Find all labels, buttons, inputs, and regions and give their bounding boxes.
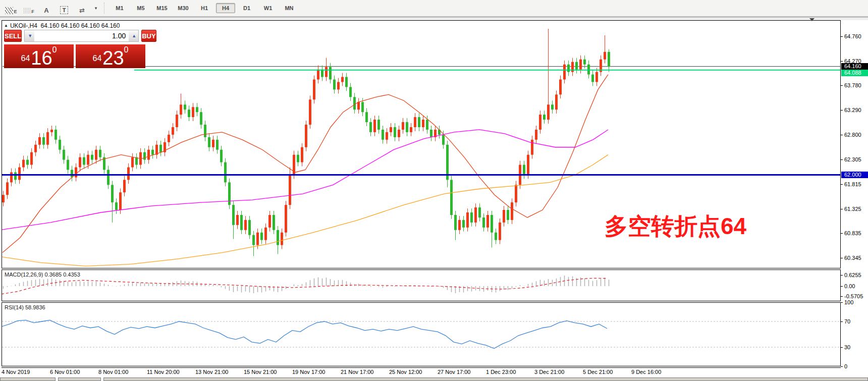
candle-body: [30, 152, 33, 165]
candle-body: [212, 140, 214, 147]
candle-body: [228, 182, 231, 205]
timeframe-button-m1[interactable]: M1: [110, 3, 129, 13]
candle-body: [196, 107, 198, 112]
ask-price-panel[interactable]: 64 23 0: [76, 44, 145, 68]
time-axis[interactable]: 4 Nov 20196 Nov 01:008 Nov 01:0011 Nov 2…: [2, 367, 841, 377]
bid-price-panel[interactable]: 64 16 0: [4, 44, 74, 68]
dropdown-caret-icon[interactable]: ▾: [93, 2, 98, 14]
macd-panel[interactable]: MACD(12,26,9) 0.3685 0.4353: [2, 269, 841, 301]
elliott-wave-icon[interactable]: E: [5, 2, 18, 14]
candle-body: [369, 122, 372, 132]
sell-button[interactable]: SELL: [4, 30, 22, 42]
candle-body: [208, 137, 210, 147]
candle-body: [14, 172, 17, 180]
volume-increase-button[interactable]: ▲: [129, 30, 138, 41]
window-tab[interactable]: [0, 377, 56, 381]
window-tab[interactable]: [58, 377, 101, 381]
candle-body: [470, 212, 473, 223]
rsi-panel[interactable]: RSI(14) 58.9836: [2, 302, 841, 366]
candle-body: [236, 215, 239, 225]
candle-body: [377, 120, 380, 130]
candle-body: [95, 150, 97, 160]
candle-body: [256, 233, 259, 245]
arrows-tool-icon[interactable]: ⇄: [75, 2, 88, 14]
chart-shift-marker-icon[interactable]: [809, 18, 815, 21]
candle-body: [281, 233, 283, 245]
time-label: 5 Dec 21:00: [583, 369, 613, 375]
timeframe-button-mn[interactable]: MN: [280, 3, 299, 13]
candle-body: [321, 70, 323, 77]
window-tab[interactable]: [103, 377, 868, 381]
candle-body: [264, 228, 267, 240]
candle-body: [365, 112, 368, 122]
candle-body: [361, 102, 364, 112]
candle-body: [450, 180, 453, 215]
candle-body: [454, 215, 457, 230]
candle-body: [2, 195, 5, 202]
candle-body: [55, 130, 57, 140]
candle-body: [50, 130, 53, 132]
timeframe-button-h4[interactable]: H4: [216, 3, 235, 13]
candle-body: [38, 137, 41, 145]
volume-input[interactable]: [34, 30, 129, 41]
candle-body: [79, 157, 81, 168]
candle-body: [127, 168, 130, 180]
candle-body: [563, 65, 566, 80]
time-label: 11 Nov 20:00: [147, 369, 180, 375]
time-label: 6 Nov 01:00: [50, 369, 80, 375]
timeframe-switcher: M1M5M15M30H1H4D1W1MN: [109, 3, 300, 13]
bid-price-major: 64: [21, 49, 30, 68]
collapse-triangle-icon[interactable]: ▲: [4, 23, 8, 28]
candle-body: [353, 97, 356, 110]
candle-body: [575, 62, 578, 70]
volume-decrease-button[interactable]: ▼: [25, 30, 34, 41]
time-label: 3 Dec 21:00: [534, 369, 564, 375]
candle-body: [172, 127, 174, 135]
buy-button[interactable]: BUY: [141, 30, 156, 42]
candle-body: [159, 145, 162, 152]
candle-body: [111, 185, 114, 202]
candle-body: [168, 135, 170, 142]
price-tick: 63.290: [841, 107, 861, 113]
rsi-line: [2, 320, 607, 348]
text-label-icon[interactable]: T: [58, 2, 71, 14]
timeframe-button-m15[interactable]: M15: [152, 3, 172, 13]
timeframe-button-w1[interactable]: W1: [258, 3, 278, 13]
candle-body: [63, 150, 65, 160]
candle-body: [390, 127, 392, 132]
candle-body: [204, 125, 206, 137]
candle-body: [551, 104, 554, 110]
candle-body: [337, 82, 340, 89]
timeframe-button-h1[interactable]: H1: [195, 3, 214, 13]
fibonacci-grid-icon[interactable]: F: [22, 2, 35, 14]
candle-body: [486, 215, 489, 228]
text-tool-icon[interactable]: A: [40, 2, 53, 14]
timeframe-button-m5[interactable]: M5: [131, 3, 150, 13]
candle-body: [301, 147, 303, 162]
rsi-axis-tick: 100: [841, 299, 853, 305]
timeframe-button-d1[interactable]: D1: [237, 3, 256, 13]
price-badge: 62.000: [841, 172, 868, 178]
candle-body: [567, 65, 570, 72]
candle-body: [462, 220, 465, 228]
candle-body: [216, 140, 219, 150]
chart-text-annotation[interactable]: 多空转折点64: [605, 211, 746, 242]
price-axis[interactable]: 64.76064.27063.78063.29062.80062.30561.8…: [841, 20, 868, 368]
candle-body: [240, 215, 243, 230]
candle-body: [608, 52, 610, 67]
macd-axis-tick: 0.00: [841, 283, 855, 289]
candle-body: [123, 180, 126, 192]
ask-price-pips: 23: [102, 48, 124, 68]
candle-body: [507, 210, 509, 220]
toolbar-separator: [104, 3, 105, 14]
candle-body: [426, 120, 428, 130]
macd-label: MACD(12,26,9) 0.3685 0.4353: [5, 271, 80, 278]
candle-body: [268, 215, 271, 228]
candle-body: [583, 60, 586, 65]
candle-body: [398, 130, 400, 137]
candle-body: [422, 120, 424, 127]
candle-body: [543, 115, 546, 120]
candle-body: [176, 115, 178, 127]
timeframe-button-m30[interactable]: M30: [174, 3, 193, 13]
candle-body: [244, 220, 247, 230]
